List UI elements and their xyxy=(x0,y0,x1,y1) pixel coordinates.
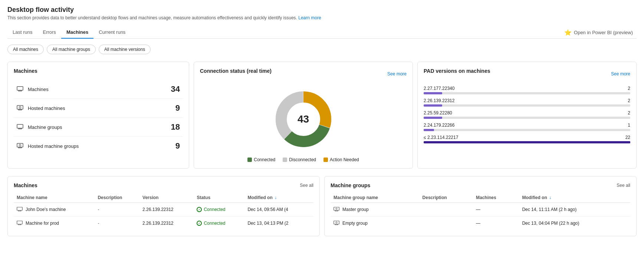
pad-row-3: 2.24.179.22266 1 xyxy=(424,123,630,131)
page-subtitle: This section provides data to better und… xyxy=(7,15,637,20)
machine-name-1: Machine for prod xyxy=(26,221,59,226)
pad-row-header-0: 2.27.177.22340 2 xyxy=(424,86,630,91)
pad-row-4: ≤ 2.23.114.22217 22 xyxy=(424,135,630,143)
machine-groups-header-row: Machine group name Description Machines … xyxy=(331,193,630,203)
open-powerbi-button[interactable]: ⭐ Open in Power BI (preview) xyxy=(561,27,637,38)
group-machines-1: — xyxy=(473,217,519,230)
machine-label-groups: Machine groups xyxy=(28,124,171,130)
machine-row-groups: Machine groups 18 xyxy=(14,118,183,137)
table-row: Empty group — Dec 13, 04:04 PM (22 h ago… xyxy=(331,217,630,230)
pad-bar-bg-0 xyxy=(424,92,630,94)
machines-table-title: Machines xyxy=(14,182,37,188)
svg-point-31 xyxy=(336,208,337,210)
top-cards-row: Machines Machines 34 Hosted machines 9 M… xyxy=(7,62,637,169)
svg-rect-4 xyxy=(17,105,23,109)
tab-machines[interactable]: Machines xyxy=(61,26,93,39)
legend-connected: Connected xyxy=(247,157,275,162)
group-name-cell-0: Master group xyxy=(331,203,420,217)
tab-last-runs[interactable]: Last runs xyxy=(7,26,37,39)
machine-count-hosted-groups: 9 xyxy=(175,141,180,151)
status-dot-0 xyxy=(197,207,202,212)
machines-table: Machine name Description Version Status … xyxy=(14,193,313,230)
machine-name-cell-0: John Doe's machine xyxy=(14,203,95,217)
pad-row-header-3: 2.24.179.22266 1 xyxy=(424,123,630,128)
donut-container: 43 Connected Disconnected Action Needed xyxy=(200,86,407,162)
legend-dot-connected xyxy=(247,158,252,162)
filter-all-machine-versions[interactable]: All machine versions xyxy=(99,45,151,54)
svg-rect-0 xyxy=(17,87,23,90)
bottom-tables-row: Machines See all Machine name Descriptio… xyxy=(7,176,637,236)
filter-all-machines[interactable]: All machines xyxy=(7,45,44,54)
machine-groups-see-all[interactable]: See all xyxy=(617,183,630,188)
filter-row: All machines All machine groups All mach… xyxy=(7,45,637,54)
status-label-1: Connected xyxy=(204,221,225,226)
tab-current-runs[interactable]: Current runs xyxy=(93,26,131,39)
machine-modified-1: Dec 13, 04:13 PM (2 xyxy=(244,217,313,230)
legend-label-disconnected: Disconnected xyxy=(289,157,316,162)
pad-bar-bg-3 xyxy=(424,129,630,131)
pad-version-label-0: 2.27.177.22340 xyxy=(424,86,454,91)
machines-table-card: Machines See all Machine name Descriptio… xyxy=(7,176,320,236)
pad-version-count-2: 2 xyxy=(628,110,630,116)
machines-table-body: John Doe's machine - 2.26.139.22312 Conn… xyxy=(14,203,313,230)
table-row: John Doe's machine - 2.26.139.22312 Conn… xyxy=(14,203,313,217)
pad-version-count-3: 1 xyxy=(628,123,630,128)
machine-count-machines: 34 xyxy=(171,84,180,94)
status-label-0: Connected xyxy=(204,207,225,212)
machine-modified-0: Dec 14, 09:56 AM (4 xyxy=(244,203,313,217)
pad-versions-see-more[interactable]: See more xyxy=(611,71,630,77)
pad-version-label-4: ≤ 2.23.114.22217 xyxy=(424,135,458,140)
machine-icon xyxy=(17,86,23,92)
svg-point-5 xyxy=(19,106,21,108)
pad-bar-bg-2 xyxy=(424,117,630,119)
machine-label-machines: Machines xyxy=(28,87,171,92)
col-group-modified-on[interactable]: Modified on ↓ xyxy=(519,193,630,203)
col-group-description: Description xyxy=(420,193,473,203)
svg-point-36 xyxy=(336,222,337,223)
col-group-machines: Machines xyxy=(473,193,519,203)
learn-more-link[interactable]: Learn more xyxy=(298,15,321,20)
page-title: Desktop flow activity xyxy=(7,6,637,14)
tabs-row: Last runs Errors Machines Current runs ⭐… xyxy=(7,26,637,39)
filter-all-machine-groups[interactable]: All machine groups xyxy=(47,45,96,54)
machines-table-header-row: Machine name Description Version Status … xyxy=(14,193,313,203)
svg-rect-26 xyxy=(17,221,23,224)
connection-status-card: Connection status (real time) See more xyxy=(194,62,413,169)
pad-row-header-4: ≤ 2.23.114.22217 22 xyxy=(424,135,630,140)
machine-row-icon-0 xyxy=(17,207,23,212)
pad-bar-fill-1 xyxy=(424,104,442,107)
legend-label-connected: Connected xyxy=(254,157,275,162)
group-machines-0: — xyxy=(473,203,519,217)
pad-bar-fill-0 xyxy=(424,92,442,94)
machine-version-1: 2.26.139.22312 xyxy=(139,217,194,230)
pad-bar-bg-1 xyxy=(424,104,630,107)
machine-count-groups: 18 xyxy=(171,122,180,132)
legend-dot-disconnected xyxy=(283,158,287,162)
sort-icon-group-modified: ↓ xyxy=(549,195,551,200)
tab-errors[interactable]: Errors xyxy=(37,26,61,39)
connection-status-title: Connection status (real time) xyxy=(200,68,272,74)
machine-name-cell-1: Machine for prod xyxy=(14,217,95,230)
legend-action-needed: Action Needed xyxy=(323,157,359,162)
machines-summary-title: Machines xyxy=(14,68,183,74)
col-description: Description xyxy=(95,193,139,203)
col-status: Status xyxy=(194,193,244,203)
machines-see-all[interactable]: See all xyxy=(300,183,313,188)
machine-row-icon-1 xyxy=(17,220,23,226)
col-modified-on[interactable]: Modified on ↓ xyxy=(244,193,313,203)
machine-groups-table-title: Machine groups xyxy=(331,182,370,188)
pad-versions-card: PAD versions on machines See more 2.27.1… xyxy=(417,62,637,169)
pad-versions-header: PAD versions on machines See more xyxy=(424,68,630,80)
legend-dot-action-needed xyxy=(323,158,328,162)
donut-chart: 43 xyxy=(270,86,337,153)
pad-bar-fill-2 xyxy=(424,117,442,119)
pad-row-header-2: 2.25.59.22280 2 xyxy=(424,110,630,116)
group-row-icon-1 xyxy=(334,220,339,226)
pad-row-2: 2.25.59.22280 2 xyxy=(424,110,630,119)
connection-status-header: Connection status (real time) See more xyxy=(200,68,407,80)
machine-groups-table-body: Master group — Dec 14, 11:11 AM (2 h ago… xyxy=(331,203,630,230)
pad-version-count-4: 22 xyxy=(625,135,630,140)
pad-row-1: 2.26.139.22312 2 xyxy=(424,98,630,107)
pad-row-0: 2.27.177.22340 2 xyxy=(424,86,630,94)
connection-status-see-more[interactable]: See more xyxy=(387,71,407,77)
